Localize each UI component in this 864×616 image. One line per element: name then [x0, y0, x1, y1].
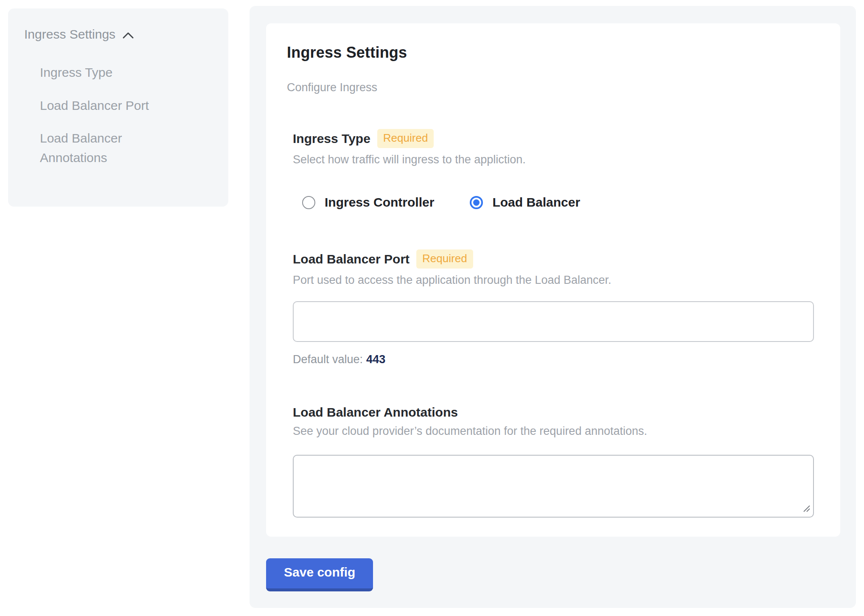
save-config-button[interactable]: Save config — [266, 558, 373, 591]
sidebar-group-ingress-settings[interactable]: Ingress Settings — [24, 27, 213, 42]
sidebar-item-load-balancer-annotations[interactable]: Load Balancer Annotations — [40, 122, 167, 174]
ingress-type-label: Ingress Type — [293, 132, 370, 146]
load-balancer-annotations-textarea[interactable] — [293, 455, 814, 518]
radio-load-balancer[interactable]: Load Balancer — [470, 195, 580, 210]
sidebar-item-list: Ingress Type Load Balancer Port Load Bal… — [24, 56, 213, 174]
section-load-balancer-annotations: Load Balancer Annotations See your cloud… — [293, 405, 815, 518]
load-balancer-annotations-description: See your cloud provider’s documentation … — [293, 425, 815, 438]
load-balancer-annotations-heading: Load Balancer Annotations — [293, 405, 815, 420]
ingress-type-description: Select how traffic will ingress to the a… — [293, 153, 815, 166]
default-value-line: Default value:443 — [293, 353, 815, 366]
load-balancer-annotations-field — [293, 455, 814, 518]
default-value-label: Default value: — [293, 353, 363, 366]
page-title: Ingress Settings — [287, 44, 815, 62]
radio-selected-icon[interactable] — [470, 196, 483, 209]
required-badge: Required — [377, 129, 434, 148]
section-load-balancer-port: Load Balancer Port Required Port used to… — [293, 249, 815, 366]
default-value-number: 443 — [366, 353, 385, 366]
ingress-settings-card: Ingress Settings Configure Ingress Ingre… — [266, 23, 840, 537]
ingress-type-heading: Ingress Type Required — [293, 129, 815, 148]
radio-unselected-icon[interactable] — [302, 196, 315, 209]
ingress-settings-panel: Ingress Settings Configure Ingress Ingre… — [250, 6, 856, 608]
sidebar-item-load-balancer-port[interactable]: Load Balancer Port — [40, 89, 167, 122]
radio-ingress-controller[interactable]: Ingress Controller — [302, 195, 434, 210]
page-subtitle: Configure Ingress — [287, 81, 815, 94]
settings-sidebar: Ingress Settings Ingress Type Load Balan… — [8, 8, 228, 207]
sidebar-item-ingress-type[interactable]: Ingress Type — [40, 56, 167, 89]
load-balancer-port-label: Load Balancer Port — [293, 252, 410, 266]
chevron-up-icon — [122, 30, 134, 39]
radio-ingress-controller-label: Ingress Controller — [325, 195, 434, 210]
load-balancer-port-heading: Load Balancer Port Required — [293, 249, 815, 269]
required-badge: Required — [416, 249, 473, 269]
section-ingress-type: Ingress Type Required Select how traffic… — [293, 129, 815, 210]
radio-load-balancer-label: Load Balancer — [492, 195, 580, 210]
sidebar-group-label: Ingress Settings — [24, 27, 115, 42]
load-balancer-port-input[interactable] — [293, 301, 814, 342]
load-balancer-port-description: Port used to access the application thro… — [293, 274, 815, 287]
load-balancer-annotations-label: Load Balancer Annotations — [293, 405, 458, 420]
ingress-type-radio-group: Ingress Controller Load Balancer — [293, 195, 815, 210]
